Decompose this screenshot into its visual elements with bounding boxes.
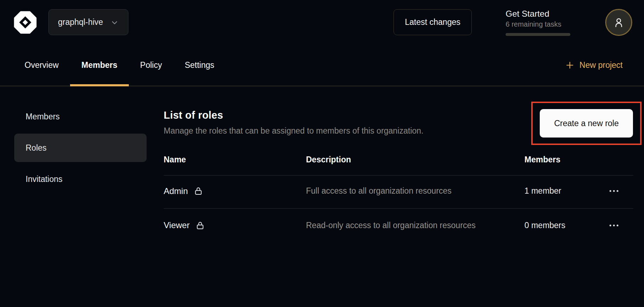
role-actions-cell [594, 187, 633, 195]
plus-icon [565, 60, 575, 70]
role-actions-cell [594, 221, 633, 230]
get-started-widget[interactable]: Get Started 6 remaining tasks [506, 9, 570, 36]
role-name: Viewer [164, 220, 190, 230]
latest-changes-button[interactable]: Latest changes [394, 9, 472, 35]
new-project-button[interactable]: New project [565, 44, 623, 86]
get-started-subtitle: 6 remaining tasks [506, 20, 570, 28]
role-members-count: 1 member [524, 186, 594, 196]
members-sidebar: Members Roles Invitations [14, 102, 147, 242]
tab-members[interactable]: Members [70, 44, 129, 86]
role-name-cell: Viewer [164, 220, 306, 230]
table-row-admin: Admin Full access to all organization re… [164, 176, 633, 209]
table-row-viewer: Viewer Read-only access to all organizat… [164, 209, 633, 243]
role-name: Admin [164, 186, 188, 196]
create-new-role-button[interactable]: Create a new role [540, 109, 633, 138]
role-description: Full access to all organization resource… [306, 185, 484, 198]
tab-list: Overview Members Policy Settings [13, 44, 226, 86]
annotation-highlight-box: Create a new role [531, 102, 642, 145]
roles-table: Name Description Members Admin Full acce… [164, 146, 633, 242]
column-header-name: Name [164, 155, 306, 165]
main-area: Members Roles Invitations List of roles … [0, 86, 644, 242]
role-name-cell: Admin [164, 186, 306, 196]
roles-table-header: Name Description Members [164, 146, 633, 176]
column-header-description: Description [306, 155, 524, 165]
role-description: Read-only access to all organization res… [306, 219, 484, 232]
tab-settings[interactable]: Settings [173, 44, 226, 86]
org-selector[interactable]: graphql-hive [48, 9, 128, 35]
tab-policy[interactable]: Policy [129, 44, 173, 86]
sidebar-item-invitations[interactable]: Invitations [14, 165, 147, 193]
sidebar-item-roles[interactable]: Roles [14, 134, 147, 162]
hive-logo-icon[interactable] [14, 9, 37, 36]
new-project-label: New project [580, 60, 623, 70]
row-menu-button[interactable] [607, 187, 621, 195]
user-avatar[interactable] [605, 9, 632, 36]
get-started-title: Get Started [506, 9, 570, 19]
sidebar-item-members[interactable]: Members [14, 102, 147, 131]
user-icon [612, 16, 625, 29]
lock-icon [195, 221, 205, 230]
roles-panel: List of roles Manage the roles that can … [164, 102, 633, 242]
tab-overview[interactable]: Overview [13, 44, 70, 86]
lock-icon [194, 186, 203, 196]
role-members-count: 0 members [524, 221, 594, 230]
top-bar: graphql-hive Latest changes Get Started … [0, 0, 644, 44]
chevron-down-icon [110, 18, 119, 27]
row-menu-button[interactable] [607, 221, 621, 230]
get-started-progressbar [506, 33, 570, 36]
org-tab-bar: Overview Members Policy Settings New pro… [0, 44, 644, 86]
column-header-members: Members [524, 155, 594, 165]
org-selector-label: graphql-hive [58, 17, 103, 27]
